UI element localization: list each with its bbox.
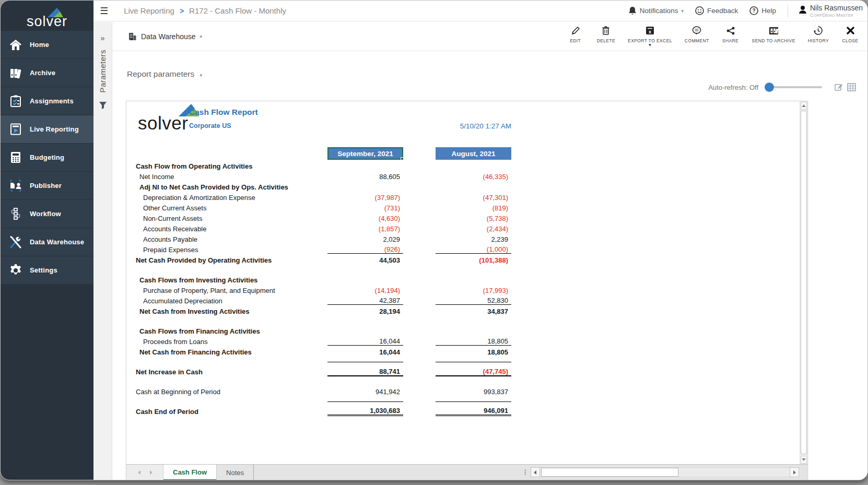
value-september[interactable]: 42,387 xyxy=(327,297,403,305)
value-september[interactable]: (926) xyxy=(327,245,403,254)
value-august[interactable]: (1,000) xyxy=(436,245,511,254)
sidebar-item-settings[interactable]: Settings xyxy=(1,256,93,284)
feedback-button[interactable]: Feedback xyxy=(695,6,738,15)
value-september[interactable]: 941,942 xyxy=(327,388,403,396)
breadcrumb-section[interactable]: Live Reporting xyxy=(124,6,174,15)
horizontal-scroll-thumb[interactable] xyxy=(541,468,678,477)
share-icon xyxy=(726,26,735,36)
action-label: SHARE xyxy=(722,38,738,43)
sheet-prev-icon[interactable] xyxy=(138,470,140,475)
auto-refresh-slider[interactable] xyxy=(766,86,822,88)
report-row: Net Income88,605(46,335) xyxy=(126,171,800,182)
sidebar-item-workflow[interactable]: Workflow xyxy=(1,200,93,228)
archive-icon xyxy=(9,66,22,80)
value-august[interactable]: 18,805 xyxy=(436,348,511,356)
share-button[interactable]: SHARE xyxy=(722,26,740,43)
sheet-next-icon[interactable] xyxy=(150,470,153,475)
notifications-button[interactable]: Notifications ▾ xyxy=(628,6,684,15)
edit-button[interactable]: EDIT xyxy=(567,26,584,43)
report-row: Accounts Payable2,0292,239 xyxy=(126,234,800,244)
report-row: Purchase of Property, Plant, and Equipme… xyxy=(126,285,800,295)
top-bar: ☰ Live Reporting > R172 - Cash Flow - Mo… xyxy=(93,1,867,21)
value-september[interactable]: (14,194) xyxy=(327,287,403,294)
row-label: Net Cash from Financing Activities xyxy=(136,348,327,356)
value-september[interactable]: 1,030,683 xyxy=(327,407,403,416)
scroll-right-button[interactable] xyxy=(790,467,799,477)
value-august[interactable]: (46,335) xyxy=(436,173,511,181)
comment-bubble-icon xyxy=(692,26,701,36)
report-header: solver Cash Flow Report Corporate US 5/1… xyxy=(126,101,800,147)
row-label: Depreciation & Amortization Expense xyxy=(136,194,327,202)
feedback-label: Feedback xyxy=(707,7,738,15)
filter-funnel-icon[interactable] xyxy=(99,101,107,109)
value-august[interactable]: (101,388) xyxy=(436,256,511,264)
sidebar-item-label: Settings xyxy=(30,266,57,274)
vertical-scroll-thumb[interactable] xyxy=(801,111,807,454)
value-august[interactable]: 946,091 xyxy=(436,407,511,416)
grid-view-icon[interactable] xyxy=(847,83,856,91)
expand-parameters-chevron[interactable]: » xyxy=(100,33,104,42)
scroll-up-button[interactable] xyxy=(801,102,807,110)
row-label: Net Income xyxy=(136,173,327,181)
tab-notes[interactable]: Notes xyxy=(217,465,254,480)
report-parameters-toggle[interactable]: Report parameters ▾ xyxy=(127,69,202,79)
value-august[interactable]: 18,805 xyxy=(436,337,511,346)
scrollbar-splitter[interactable]: ••• xyxy=(524,469,526,476)
sidebar-item-archive[interactable]: Archive xyxy=(1,59,93,87)
tab-cash-flow[interactable]: Cash Flow xyxy=(163,465,217,480)
edit-cell-icon[interactable] xyxy=(835,83,843,91)
bell-icon xyxy=(628,6,637,15)
export-to-excel-button[interactable]: x EXPORT TO EXCEL ▼ xyxy=(628,26,672,48)
comment-button[interactable]: COMMENT xyxy=(685,26,709,43)
close-button[interactable]: CLOSE xyxy=(841,26,859,43)
value-september[interactable]: 44,503 xyxy=(327,256,403,264)
value-august[interactable]: (2,434) xyxy=(436,225,511,233)
history-button[interactable]: HISTORY xyxy=(808,26,829,43)
value-september[interactable]: (1,857) xyxy=(327,225,403,233)
sidebar-item-data-warehouse[interactable]: Data Warehouse xyxy=(1,228,93,256)
value-august[interactable]: (47,745) xyxy=(436,368,511,376)
column-header-september[interactable]: September, 2021 xyxy=(327,147,403,160)
horizontal-scroll-track[interactable] xyxy=(540,467,790,477)
value-september[interactable]: 16,044 xyxy=(327,348,403,356)
value-august[interactable]: (5,738) xyxy=(436,215,511,222)
value-september[interactable]: (37,987) xyxy=(327,194,403,202)
spacer-row xyxy=(126,397,800,406)
tab-label: Notes xyxy=(226,469,244,477)
value-september[interactable]: (731) xyxy=(327,204,403,212)
value-august[interactable]: 34,837 xyxy=(436,307,511,315)
sidebar-item-home[interactable]: Home xyxy=(1,31,93,58)
value-september[interactable]: 2,029 xyxy=(327,235,403,243)
value-august[interactable]: (819) xyxy=(436,204,511,212)
slider-knob[interactable] xyxy=(765,82,774,92)
value-september[interactable]: 88,741 xyxy=(327,368,403,376)
sidebar-item-publisher[interactable]: Publisher xyxy=(1,172,93,199)
help-button[interactable]: ? Help xyxy=(749,6,776,15)
sidebar-item-budgeting[interactable]: Budgeting xyxy=(1,144,93,171)
data-source-picker[interactable]: Data Warehouse ▾ xyxy=(128,32,202,41)
user-menu[interactable]: Nils Rasmussen CorpDemo Master xyxy=(799,4,866,18)
value-august[interactable]: (47,301) xyxy=(436,194,511,202)
value-september[interactable]: (4,630) xyxy=(327,215,403,222)
value-august[interactable]: 993,837 xyxy=(436,388,511,396)
horizontal-scrollbar[interactable]: ••• xyxy=(524,467,799,478)
menu-hamburger-icon[interactable]: ☰ xyxy=(100,6,108,16)
value-august[interactable]: (17,993) xyxy=(436,287,511,294)
sidebar-item-live-reporting[interactable]: Live Reporting xyxy=(1,115,93,143)
value-september[interactable]: 16,044 xyxy=(327,337,403,346)
report-row: Accounts Receivable(1,857)(2,434) xyxy=(126,223,800,234)
report-row: Cash Flow from Operating Activities xyxy=(126,161,800,171)
delete-button[interactable]: DELETE xyxy=(597,26,615,43)
value-august[interactable]: 52,830 xyxy=(436,297,511,305)
column-header-august[interactable]: August, 2021 xyxy=(436,147,511,160)
vertical-scrollbar[interactable] xyxy=(800,101,807,464)
scroll-down-button[interactable] xyxy=(801,456,807,464)
topbar-divider xyxy=(788,4,788,18)
send-to-archive-button[interactable]: SEND TO ARCHIVE xyxy=(752,26,795,43)
notifications-label: Notifications xyxy=(640,7,678,15)
value-september[interactable]: 88,605 xyxy=(327,173,403,181)
value-september[interactable]: 28,194 xyxy=(327,307,403,315)
sidebar-item-assignments[interactable]: Assignments xyxy=(1,87,93,115)
value-august[interactable]: 2,239 xyxy=(436,235,511,243)
scroll-left-button[interactable] xyxy=(531,467,540,477)
